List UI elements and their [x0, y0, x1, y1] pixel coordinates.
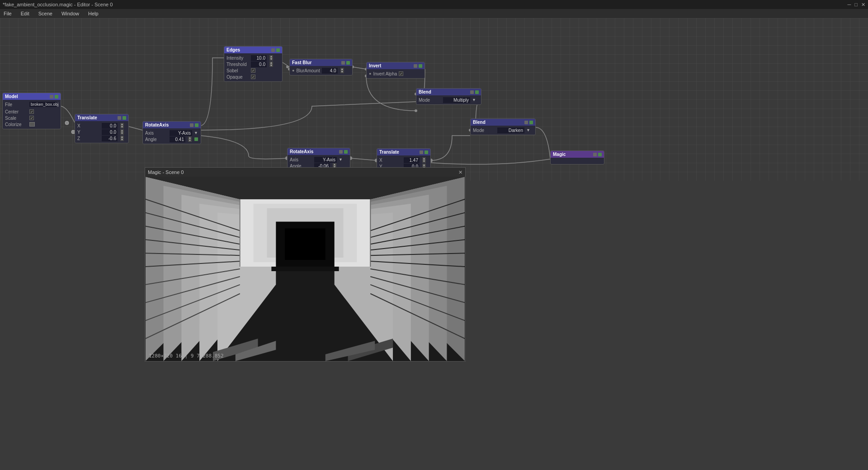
- node-model: Model File broken_box.obj Center Scale C…: [2, 93, 61, 129]
- node-edges-header[interactable]: Edges: [224, 47, 282, 53]
- invert-alpha-checkbox[interactable]: [399, 71, 403, 76]
- svg-point-2: [286, 66, 289, 68]
- menu-scene[interactable]: Scene: [37, 11, 54, 16]
- node-rotateaxis1-header[interactable]: RotateAxis: [143, 122, 201, 128]
- node-blend1: Blend Mode Multiply ▼: [416, 88, 481, 105]
- center-checkbox[interactable]: [29, 109, 34, 114]
- node-blend2-header[interactable]: Blend: [471, 119, 535, 126]
- node-blend2: Blend Mode Darken ▼: [470, 118, 536, 135]
- node-rotateaxis1: RotateAxis Axis Y-Axis ▼ Angle 0.41 ▲▼: [142, 121, 201, 144]
- close-button[interactable]: ✕: [861, 2, 865, 8]
- node-blend1-header[interactable]: Blend: [416, 89, 481, 95]
- preview-titlebar: Magic - Scene 0 ✕: [145, 168, 465, 177]
- titlebar-title: *fake_ambient_occlusion.magic - Editor -…: [3, 2, 113, 7]
- node-translate2-header[interactable]: Translate: [377, 149, 430, 155]
- menubar: File Edit Scene Window Help: [0, 9, 868, 18]
- node-fastblur-header[interactable]: Fast Blur: [290, 59, 352, 66]
- node-invert: Invert ● Invert Alpha: [366, 62, 425, 79]
- menu-window[interactable]: Window: [60, 11, 81, 16]
- scale-checkbox[interactable]: [29, 116, 34, 120]
- maximize-button[interactable]: □: [854, 2, 858, 8]
- titlebar-controls[interactable]: ─ □ ✕: [848, 2, 865, 8]
- preview-content: 1280×720 16 | 9 7,288.852: [145, 177, 465, 361]
- svg-point-0: [65, 121, 69, 125]
- node-translate1: Translate X 0.0 ▲▼ Y 0.0 ▲▼ Z -0.6 ▲▼: [75, 114, 129, 143]
- preview-status: 1280×720 16 | 9 7,288.852: [149, 353, 224, 359]
- titlebar: *fake_ambient_occlusion.magic - Editor -…: [0, 0, 868, 9]
- node-canvas[interactable]: Model File broken_box.obj Center Scale C…: [0, 18, 868, 181]
- menu-edit[interactable]: Edit: [19, 11, 31, 16]
- render-3d: [145, 177, 465, 361]
- node-active-btn[interactable]: [55, 95, 58, 99]
- sobel-checkbox[interactable]: [251, 68, 255, 73]
- node-fastblur: Fast Blur ● BlurAmount 4.0 ▲▼: [289, 59, 353, 75]
- node-rotateaxis2-header[interactable]: RotateAxis: [288, 148, 350, 155]
- preview-close-btn[interactable]: ✕: [458, 169, 462, 175]
- menu-file[interactable]: File: [2, 11, 14, 16]
- node-edges: Edges Intensity 10.0 ▲▼ Threshold 0.0 ▲▼…: [224, 46, 283, 82]
- node-translate1-header[interactable]: Translate: [75, 114, 128, 121]
- node-invert-header[interactable]: Invert: [367, 62, 425, 69]
- minimize-button[interactable]: ─: [848, 2, 851, 8]
- node-model-header[interactable]: Model: [3, 93, 61, 100]
- node-collapse-btn[interactable]: [50, 95, 53, 99]
- svg-rect-53: [285, 228, 326, 260]
- preview-window: Magic - Scene 0 ✕: [145, 167, 466, 362]
- node-magic: Magic: [550, 150, 604, 164]
- menu-help[interactable]: Help: [86, 11, 100, 16]
- colorize-swatch[interactable]: [29, 122, 35, 127]
- node-magic-header[interactable]: Magic: [551, 151, 604, 158]
- opaque-checkbox[interactable]: [251, 75, 255, 79]
- svg-point-8: [415, 109, 417, 112]
